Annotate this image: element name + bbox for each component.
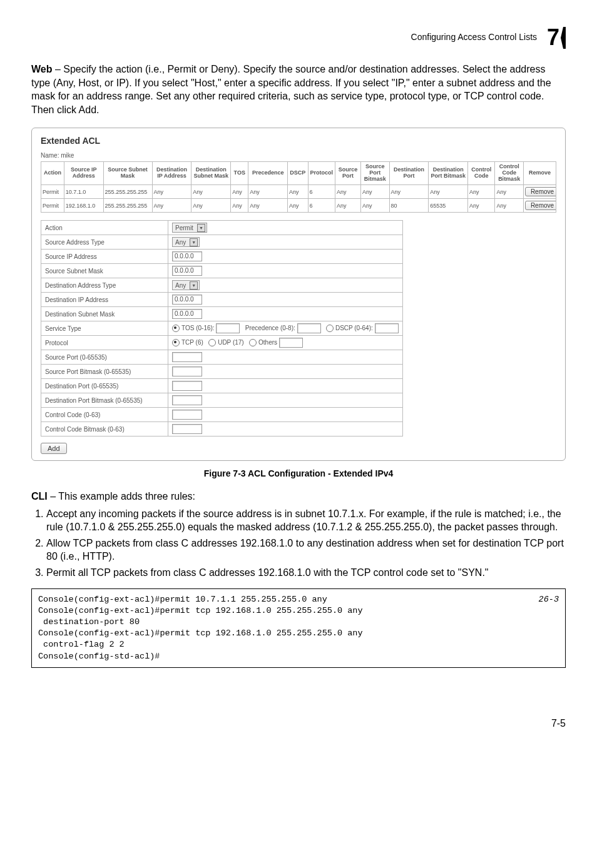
cell: 255.255.255.255 [103, 199, 152, 213]
cell: 10.7.1.0 [64, 185, 103, 199]
others-input[interactable] [279, 338, 303, 348]
cli-desc: – This example adds three rules: [48, 491, 195, 502]
acl-title: Extended ACL [41, 136, 556, 146]
dst-port-bm-input[interactable] [172, 395, 202, 405]
src-addr-type-value: Any [175, 239, 186, 246]
cell: Any [191, 185, 231, 199]
chevron-down-icon: ▼ [190, 281, 198, 290]
src-port-cell [168, 350, 403, 365]
cell: Any [335, 199, 360, 213]
cell: Any [389, 185, 429, 199]
col-action: Action [41, 162, 64, 185]
src-addr-type-select[interactable]: Any▼ [172, 237, 200, 247]
remove-button[interactable]: Remove [525, 187, 556, 196]
web-label: Web [31, 64, 52, 74]
dscp-label: DSCP (0-64): [335, 325, 373, 331]
src-port-label: Source Port (0-65535) [41, 350, 168, 365]
ctrl-code-cell [168, 408, 403, 422]
col-tos: TOS [231, 162, 248, 185]
col-dscp: DSCP [288, 162, 308, 185]
code-text: Console(config-ext-acl)#permit 10.7.1.1 … [38, 595, 362, 661]
page-number: 7-5 [31, 718, 566, 729]
svc-type-label: Service Type [41, 321, 168, 336]
dst-addr-type-cell: Any▼ [168, 278, 403, 293]
col-cc: Control Code [468, 162, 495, 185]
col-src-ip: Source IP Address [64, 162, 103, 185]
udp-label: UDP (17) [218, 339, 244, 346]
action-cell: Permit▼ [168, 221, 403, 235]
dst-ip-label: Destination IP Address [41, 293, 168, 307]
dst-addr-type-select[interactable]: Any▼ [172, 280, 200, 290]
src-port-bm-input[interactable] [172, 366, 202, 376]
col-prec: Precedence [248, 162, 288, 185]
prec-label: Precedence (0-8): [245, 325, 295, 331]
cell: Any [429, 185, 468, 199]
src-port-bm-label: Source Port Bitmask (0-65535) [41, 365, 168, 379]
extended-acl-panel: Extended ACL Name: mike Action Source IP… [31, 128, 566, 461]
ctrl-code-bm-input[interactable] [172, 424, 202, 434]
step-2: Allow TCP packets from class C addresses… [46, 537, 566, 563]
ctrl-code-label: Control Code (0-63) [41, 408, 168, 422]
cell: Any [288, 185, 308, 199]
remove-button[interactable]: Remove [525, 201, 556, 210]
svg-marker-1 [561, 27, 566, 49]
table-row: Permit 192.168.1.0 255.255.255.255 Any A… [41, 199, 556, 213]
tos-radio[interactable] [172, 325, 180, 332]
cell: Any [191, 199, 231, 213]
page-header: Configuring Access Control Lists 7 [31, 25, 566, 50]
svc-type-cell: TOS (0-16): Precedence (0-8): DSCP (0-64… [168, 321, 403, 336]
prec-input[interactable] [297, 323, 321, 333]
ctrl-code-bm-cell [168, 422, 403, 437]
table-row: Permit 10.7.1.0 255.255.255.255 Any Any … [41, 185, 556, 199]
col-sport: Source Port [335, 162, 360, 185]
cell: Any [361, 199, 389, 213]
others-radio[interactable] [249, 339, 257, 346]
dst-ip-cell: 0.0.0.0 [168, 293, 403, 307]
ctrl-code-input[interactable] [172, 410, 202, 420]
col-cc-bm: Control Code Bitmask [495, 162, 523, 185]
dscp-radio[interactable] [326, 325, 334, 332]
src-ip-input[interactable]: 0.0.0.0 [172, 251, 202, 261]
src-addr-type-label: Source Address Type [41, 235, 168, 250]
src-port-input[interactable] [172, 352, 202, 362]
cell: Any [152, 185, 191, 199]
cell: Any [468, 185, 495, 199]
protocol-label: Protocol [41, 336, 168, 350]
dst-port-bm-label: Destination Port Bitmask (0-65535) [41, 393, 168, 408]
step-3: Permit all TCP packets from class C addr… [46, 566, 566, 580]
action-label: Action [41, 221, 168, 235]
dst-mask-cell: 0.0.0.0 [168, 307, 403, 321]
cell: Any [288, 199, 308, 213]
cell: Any [495, 199, 523, 213]
tcp-radio[interactable] [172, 339, 180, 346]
cell: Any [152, 199, 191, 213]
table-header-row: Action Source IP Address Source Subnet M… [41, 162, 556, 185]
tos-input[interactable] [216, 323, 240, 333]
cell: 80 [389, 199, 429, 213]
cell: 255.255.255.255 [103, 185, 152, 199]
col-dst-mask: Destination Subnet Mask [191, 162, 231, 185]
svg-text:7: 7 [547, 25, 559, 50]
action-select[interactable]: Permit▼ [172, 223, 207, 233]
src-mask-input[interactable]: 0.0.0.0 [172, 266, 202, 276]
dst-addr-type-label: Destination Address Type [41, 278, 168, 293]
src-mask-cell: 0.0.0.0 [168, 264, 403, 278]
dst-port-cell [168, 379, 403, 393]
dst-ip-input[interactable]: 0.0.0.0 [172, 295, 202, 305]
cell: Any [335, 185, 360, 199]
acl-name: Name: mike [41, 152, 556, 159]
add-button[interactable]: Add [41, 443, 67, 454]
cell: 6 [308, 185, 335, 199]
dscp-input[interactable] [375, 323, 399, 333]
cell: Any [468, 199, 495, 213]
col-src-mask: Source Subnet Mask [103, 162, 152, 185]
udp-radio[interactable] [208, 339, 216, 346]
dst-port-input[interactable] [172, 381, 202, 391]
cell: Any [248, 185, 288, 199]
dst-mask-input[interactable]: 0.0.0.0 [172, 309, 202, 319]
cli-steps: Accept any incoming packets if the sourc… [31, 507, 566, 580]
tos-label: TOS (0-16): [181, 325, 215, 331]
code-block: 26-3Console(config-ext-acl)#permit 10.7.… [31, 588, 566, 668]
src-mask-label: Source Subnet Mask [41, 264, 168, 278]
cell: Any [231, 199, 248, 213]
